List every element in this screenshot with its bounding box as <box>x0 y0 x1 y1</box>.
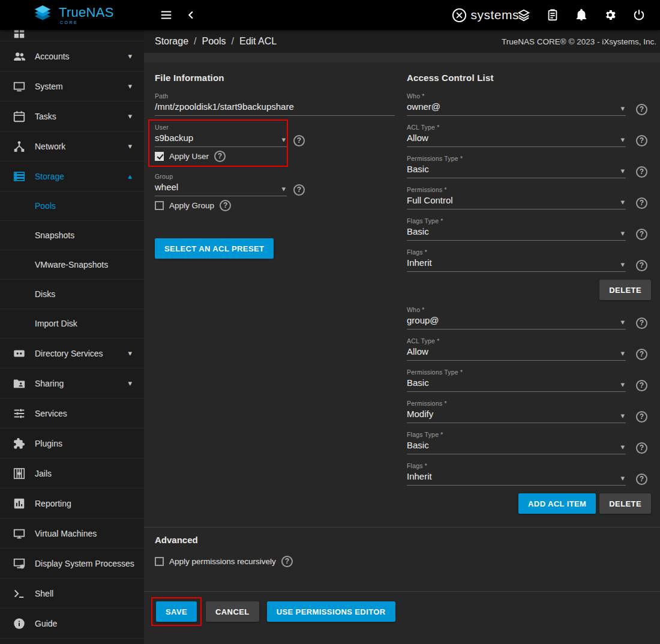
permissions-type-select[interactable]: Basic ▾ <box>407 164 626 178</box>
help-icon[interactable]: ? <box>214 151 226 162</box>
power-icon[interactable] <box>631 7 647 23</box>
annotation-rect-user: User s9backup ▾ ? Apply User ? <box>148 119 288 167</box>
permissions-type-field: Permissions Type * Basic ▾ ? <box>407 155 626 178</box>
apply-group-checkbox[interactable] <box>155 201 164 210</box>
who-select[interactable]: group@ ▾ <box>407 315 626 330</box>
sidebar-item-services[interactable]: Services <box>0 399 144 429</box>
field-value: Basic <box>407 378 429 388</box>
field-label: ACL Type * <box>407 337 626 345</box>
use-permissions-editor-button[interactable]: USE PERMISSIONS EDITOR <box>267 601 395 622</box>
help-icon[interactable]: ? <box>636 474 647 485</box>
permissions-type-select[interactable]: Basic ▾ <box>407 378 626 392</box>
help-icon[interactable]: ? <box>293 135 305 146</box>
brand-name: TrueNAS <box>59 6 114 19</box>
who-select[interactable]: owner@ ▾ <box>407 101 626 116</box>
sidebar-item-disks[interactable]: Disks <box>0 280 144 309</box>
flags-select[interactable]: Inherit ▾ <box>407 471 626 486</box>
section-title: File Information <box>155 73 395 83</box>
select-acl-preset-button[interactable]: SELECT AN ACL PRESET <box>155 238 274 259</box>
puzzle-icon <box>12 436 26 451</box>
apply-recursively-checkbox[interactable] <box>155 557 164 566</box>
truenas-logo[interactable]: TrueNAS CORE <box>31 0 114 30</box>
cancel-button[interactable]: CANCEL <box>206 601 259 622</box>
clipboard-tasks-icon[interactable] <box>545 7 560 23</box>
permissions-select[interactable]: Full Control ▾ <box>407 195 626 209</box>
help-icon[interactable]: ? <box>281 556 293 567</box>
breadcrumb-pools[interactable]: Pools <box>202 36 226 47</box>
delete-acl-entry-button[interactable]: DELETE <box>599 280 651 300</box>
monitor-gear-icon <box>12 556 26 571</box>
apply-user-checkbox-row: Apply User ? <box>155 151 282 161</box>
monitor-icon <box>12 79 26 94</box>
sidebar-item-reporting[interactable]: Reporting <box>0 489 144 519</box>
directory-services-icon <box>12 346 26 361</box>
sidebar-item-label: Disks <box>35 289 55 299</box>
chevron-down-icon: ▾ <box>620 443 625 451</box>
sidebar-item-storage[interactable]: Storage ▴ <box>0 161 144 191</box>
field-value: Inherit <box>407 257 432 268</box>
sidebar-item-vmware-snapshots[interactable]: VMware-Snapshots <box>0 250 144 280</box>
user-field: User s9backup ▾ ? <box>155 124 287 147</box>
sidebar-nav: Accounts ▾ System ▾ Tasks ▾ Network ▾ St… <box>0 30 144 644</box>
help-icon[interactable]: ? <box>636 135 647 146</box>
help-icon[interactable]: ? <box>636 442 647 454</box>
sidebar-item-import-disk[interactable]: Import Disk <box>0 309 144 339</box>
sidebar-item-sharing[interactable]: Sharing ▾ <box>0 369 144 399</box>
delete-acl-entry-button[interactable]: DELETE <box>599 493 651 514</box>
sidebar-item-shell[interactable]: Shell <box>0 579 144 609</box>
flags-type-select[interactable]: Basic ▾ <box>407 440 626 454</box>
permissions-select[interactable]: Modify ▾ <box>407 409 626 423</box>
dashboard-grid-icon <box>12 30 26 40</box>
copyright-text: TrueNAS CORE® © 2023 - iXsystems, Inc. <box>502 37 656 46</box>
breadcrumb-storage[interactable]: Storage <box>155 36 188 47</box>
sidebar-item-guide[interactable]: Guide <box>0 609 144 639</box>
sidebar-item-plugins[interactable]: Plugins <box>0 429 144 459</box>
breadcrumb-separator: / <box>194 36 196 47</box>
acl-type-select[interactable]: Allow ▾ <box>407 346 626 361</box>
field-label: Permissions * <box>407 400 626 407</box>
sidebar-item-display-system-processes[interactable]: Display System Processes <box>0 549 144 579</box>
help-icon[interactable]: ? <box>636 349 647 360</box>
group-select[interactable]: wheel ▾ <box>155 182 287 196</box>
chevron-down-icon: ▾ <box>620 412 625 420</box>
sidebar-item-tasks[interactable]: Tasks ▾ <box>0 101 144 131</box>
sidebar-item-pools[interactable]: Pools <box>0 191 144 221</box>
sidebar-item-snapshots[interactable]: Snapshots <box>0 221 144 250</box>
help-icon[interactable]: ? <box>636 260 647 271</box>
help-icon[interactable]: ? <box>636 104 647 115</box>
help-icon[interactable]: ? <box>636 229 647 240</box>
acl-type-field: ACL Type * Allow ▾ ? <box>407 124 626 147</box>
collapse-chevron-left-icon[interactable] <box>184 7 199 23</box>
permissions-field: Permissions * Full Control ▾ ? <box>407 186 626 209</box>
field-label: Who * <box>407 92 626 100</box>
settings-gear-icon[interactable] <box>602 7 618 23</box>
sidebar-item-accounts[interactable]: Accounts ▾ <box>0 41 144 71</box>
layers-icon[interactable] <box>516 7 532 23</box>
help-icon[interactable]: ? <box>636 166 647 178</box>
path-input[interactable]: /mnt/zpooldisk1/start9backupshare <box>155 101 395 116</box>
sidebar-item-directory-services[interactable]: Directory Services ▾ <box>0 339 144 369</box>
add-acl-item-button[interactable]: ADD ACL ITEM <box>518 493 596 514</box>
sidebar-item-label: Storage <box>35 172 64 181</box>
sidebar-item-virtual-machines[interactable]: Virtual Machines <box>0 519 144 549</box>
help-icon[interactable]: ? <box>636 197 647 209</box>
field-value: Modify <box>407 409 433 419</box>
help-icon[interactable]: ? <box>293 184 305 196</box>
flags-type-select[interactable]: Basic ▾ <box>407 226 626 241</box>
sidebar-item-jails[interactable]: Jails <box>0 459 144 489</box>
help-icon[interactable]: ? <box>636 411 647 423</box>
apply-user-checkbox[interactable] <box>155 152 164 161</box>
user-select[interactable]: s9backup ▾ <box>155 133 287 147</box>
field-label: Group <box>155 173 287 180</box>
acl-type-select[interactable]: Allow ▾ <box>407 133 626 147</box>
flags-select[interactable]: Inherit ▾ <box>407 257 626 272</box>
help-icon[interactable]: ? <box>636 317 647 329</box>
help-icon[interactable]: ? <box>220 200 231 211</box>
save-button[interactable]: SAVE <box>156 601 197 622</box>
sidebar-item-dashboard[interactable] <box>0 30 144 41</box>
sidebar-item-network[interactable]: Network ▾ <box>0 131 144 161</box>
hamburger-menu-icon[interactable] <box>158 7 174 23</box>
notifications-bell-icon[interactable] <box>574 7 589 23</box>
sidebar-item-system[interactable]: System ▾ <box>0 71 144 101</box>
help-icon[interactable]: ? <box>636 380 647 391</box>
